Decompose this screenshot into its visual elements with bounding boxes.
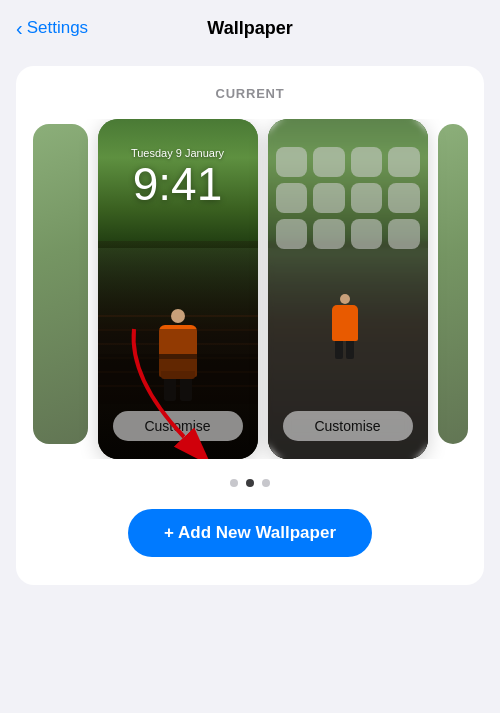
page-title: Wallpaper	[207, 18, 292, 39]
page-dots	[230, 479, 270, 487]
home-screen-customise-button[interactable]: Customise	[283, 411, 413, 441]
lock-clock: 9:41	[98, 161, 258, 207]
wallpaper-peek-right	[438, 124, 468, 444]
section-label: CURRENT	[215, 86, 284, 101]
lock-screen-time: Tuesday 9 January 9:41	[98, 147, 258, 207]
back-button[interactable]: ‹ Settings	[16, 18, 88, 38]
home-screen-preview[interactable]: Customise	[268, 119, 428, 459]
wallpaper-previews-row: Tuesday 9 January 9:41	[32, 119, 468, 459]
lock-screen-preview[interactable]: Tuesday 9 January 9:41	[98, 119, 258, 459]
lock-screen-customise-button[interactable]: Customise	[113, 411, 243, 441]
dot-2-active	[246, 479, 254, 487]
navigation-bar: ‹ Settings Wallpaper	[0, 0, 500, 56]
lock-screen-background: Tuesday 9 January 9:41	[98, 119, 258, 459]
dot-1	[230, 479, 238, 487]
add-new-wallpaper-button[interactable]: + Add New Wallpaper	[128, 509, 372, 557]
back-label: Settings	[27, 18, 88, 38]
person-head	[171, 309, 185, 323]
wallpaper-card: CURRENT Tuesday 9 January 9:41	[16, 66, 484, 585]
home-steward-figure	[330, 294, 360, 359]
wallpaper-peek-left	[33, 124, 88, 444]
dot-3	[262, 479, 270, 487]
chevron-left-icon: ‹	[16, 18, 23, 38]
home-screen-background: Customise	[268, 119, 428, 459]
